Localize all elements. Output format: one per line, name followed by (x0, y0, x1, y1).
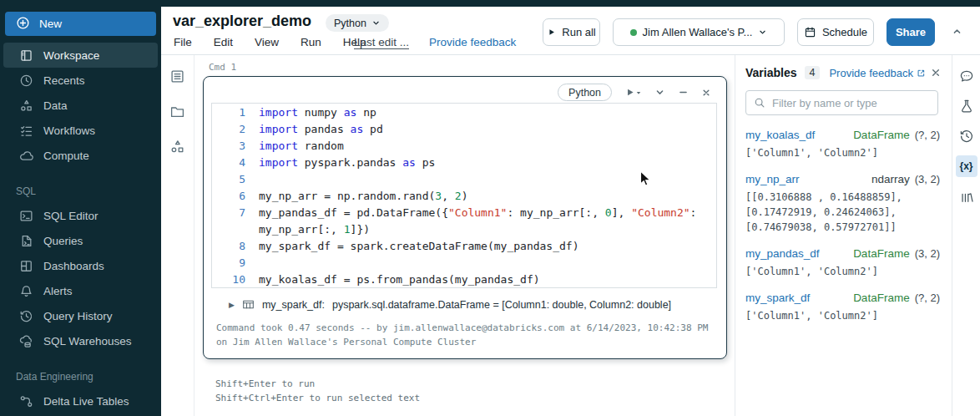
run-cell-icon[interactable] (624, 87, 642, 98)
code-line[interactable]: 4import pyspark.pandas as ps (212, 155, 716, 171)
menu-file[interactable]: File (174, 36, 192, 48)
code-line[interactable]: 8my_spark_df = spark.createDataFrame(my_… (212, 238, 716, 255)
menu-edit[interactable]: Edit (214, 36, 233, 48)
sidebar-section-data-engineering: Data Engineering (0, 371, 161, 383)
sidebar-item-sql-editor[interactable]: SQL Editor (3, 203, 158, 228)
sidebar-item-query-history[interactable]: Query History (3, 303, 158, 328)
cell-language-label: Python (568, 87, 601, 99)
variable-name[interactable]: my_spark_df (745, 292, 810, 304)
code-line[interactable]: 2import pandas as pd (212, 121, 716, 138)
sidebar-item-sql-warehouses[interactable]: SQL Warehouses (3, 328, 158, 353)
output-variable-value: pyspark.sql.dataframe.DataFrame = [Colum… (332, 299, 671, 311)
variables-filter-input[interactable] (772, 97, 922, 109)
code-line[interactable]: 5 (212, 171, 716, 188)
code-text: import random (259, 138, 344, 155)
line-number: 9 (212, 255, 259, 271)
code-line[interactable]: 10my_koalas_df = ps.from_pandas(my_panda… (212, 271, 716, 288)
code-line[interactable]: 1import numpy as np (212, 104, 716, 121)
code-text: my_koalas_df = ps.from_pandas(my_pandas_… (259, 271, 540, 288)
sidebar-section-sql: SQL (0, 185, 161, 197)
schema-icon[interactable] (169, 139, 185, 155)
sidebar-item-recents[interactable]: Recents (3, 68, 158, 93)
delta-live-tables-icon (19, 394, 33, 408)
run-all-label: Run all (562, 26, 595, 38)
schedule-button[interactable]: Schedule (797, 18, 874, 46)
sidebar-item-label: Data (43, 99, 68, 112)
variable-name[interactable]: my_pandas_df (745, 247, 820, 260)
variables-feedback-link[interactable]: Provide feedback (829, 67, 925, 79)
sidebar-item-workspace[interactable]: Workspace (3, 43, 158, 68)
new-button-label: New (39, 18, 62, 30)
variable-row[interactable]: my_np_arrndarray(3, 2)[[0.3106888 , 0.16… (745, 173, 940, 235)
run-all-button[interactable]: Run all (543, 18, 600, 46)
sidebar-nav-data-engineering: Delta Live Tables (0, 388, 161, 413)
code-text: import pandas as pd (259, 121, 383, 138)
variable-name[interactable]: my_koalas_df (745, 129, 815, 141)
code-line[interactable]: my_np_arr[:, 1]}) (212, 221, 716, 238)
last-edit-menu[interactable]: Last edit ... (354, 36, 409, 49)
code-cell[interactable]: Python 1import numpy as np2import pandas… (203, 76, 727, 359)
sidebar-item-label: SQL Editor (43, 210, 99, 222)
cluster-selector[interactable]: Jim Allen Wallace's P... (613, 18, 785, 46)
share-button[interactable]: Share (887, 18, 935, 46)
sidebar-item-compute[interactable]: Compute (3, 143, 158, 168)
toc-icon[interactable] (169, 68, 185, 84)
sidebar-item-workflows[interactable]: Workflows (3, 118, 158, 143)
sidebar-item-queries[interactable]: Queries (3, 228, 158, 253)
cell-command-label: Cmd 1 (209, 62, 236, 73)
sidebar-item-data[interactable]: Data (3, 93, 158, 118)
code-line[interactable]: 9 (212, 255, 716, 271)
variables-count-badge: 4 (805, 66, 821, 79)
external-link-icon (917, 68, 926, 78)
sidebar-item-dashboards[interactable]: Dashboards (3, 253, 158, 278)
right-rail: {x} (952, 55, 980, 416)
variable-row[interactable]: my_spark_dfDataFrame(?, 2)['Column1', 'C… (745, 292, 940, 323)
workspace-icon (19, 48, 33, 63)
notebook-language-dropdown[interactable]: Python (326, 14, 389, 32)
menu-view[interactable]: View (255, 36, 279, 48)
experiments-icon[interactable] (956, 95, 977, 117)
keyboard-hints: Shift+Enter to runShift+Ctrl+Enter to ru… (215, 377, 420, 405)
chevron-down-icon[interactable] (654, 87, 665, 98)
code-line[interactable]: 7my_pandas_df = pd.DataFrame({"Column1":… (212, 205, 716, 221)
calendar-icon (804, 26, 816, 38)
variable-value: ['Column1', 'Column2'] (745, 145, 940, 160)
comments-icon[interactable] (956, 65, 977, 87)
line-number: 3 (212, 138, 259, 155)
menu-bar: FileEditViewRunHelp (174, 36, 366, 48)
folder-icon[interactable] (169, 104, 185, 119)
history-icon[interactable] (956, 125, 977, 147)
variables-panel-header: Variables 4 Provide feedback (735, 55, 952, 79)
minimize-cell-icon[interactable] (678, 87, 689, 98)
data-icon (19, 99, 33, 113)
code-editor[interactable]: 1import numpy as np2import pandas as pd3… (211, 103, 717, 288)
variable-row[interactable]: my_koalas_dfDataFrame(?, 2)['Column1', '… (745, 129, 940, 160)
sidebar-item-delta-live-tables[interactable]: Delta Live Tables (3, 388, 158, 413)
output-expander-icon[interactable]: ▶ (229, 301, 235, 309)
play-icon (547, 28, 556, 37)
sidebar-item-alerts[interactable]: Alerts (3, 278, 158, 303)
close-icon[interactable] (930, 67, 942, 79)
cell-language-pill[interactable]: Python (558, 84, 612, 101)
new-button[interactable]: New (5, 12, 156, 36)
menu-run[interactable]: Run (301, 36, 321, 48)
line-number: 5 (212, 171, 259, 188)
variables-icon[interactable]: {x} (956, 155, 977, 177)
code-line[interactable]: 6my_np_arr = np.random.rand(3, 2) (212, 188, 716, 205)
sidebar-item-label: Recents (43, 74, 85, 87)
variables-panel: Variables 4 Provide feedback my_koalas_d… (735, 55, 952, 416)
line-number: 2 (212, 121, 259, 138)
close-cell-icon[interactable] (701, 88, 711, 98)
variables-filter[interactable] (745, 90, 938, 115)
sidebar-item-label: Alerts (43, 285, 73, 297)
notebook-title: var_explorer_demo (173, 13, 311, 30)
variable-row[interactable]: my_pandas_dfDataFrame(3, 2)['Column1', '… (745, 247, 940, 279)
resources-icon[interactable] (956, 185, 977, 207)
cluster-status-dot (630, 29, 637, 36)
provide-feedback-link[interactable]: Provide feedback (429, 36, 516, 48)
code-line[interactable]: 3import random (212, 138, 716, 155)
variable-name[interactable]: my_np_arr (745, 173, 800, 185)
code-text: my_pandas_df = pd.DataFrame({"Column1": … (259, 205, 696, 221)
collapse-header-caret[interactable] (952, 25, 962, 40)
line-number: 8 (212, 238, 259, 255)
